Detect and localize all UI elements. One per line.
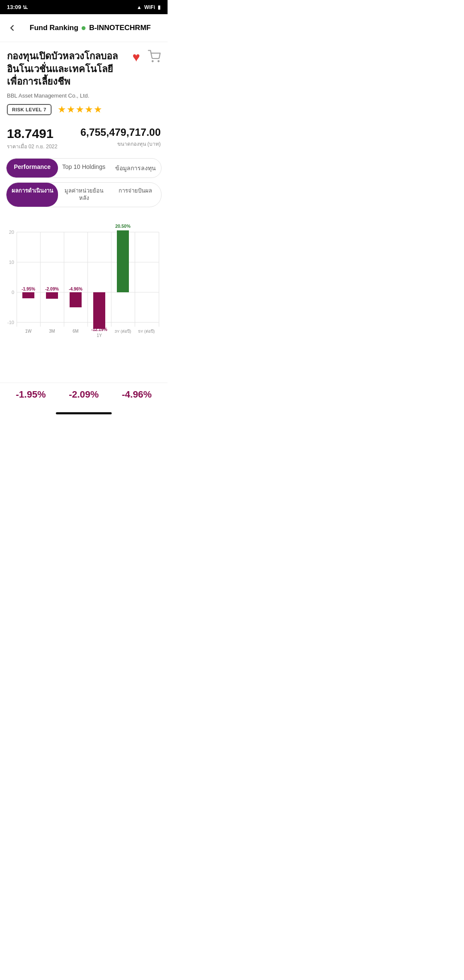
price-right: 6,755,479,717.00 ขนาดกองทุน (บาท) <box>80 126 161 148</box>
summary-3m: -2.09% <box>69 389 99 400</box>
wifi-icon: WiFi <box>144 4 155 10</box>
bar-1w <box>22 292 34 298</box>
fund-action-icons: ♥ <box>132 50 161 64</box>
tab-performance-result[interactable]: ผลการดำเนินงาน <box>6 183 58 207</box>
fund-price: 18.7491 <box>7 126 58 141</box>
bar-label-3y: 20.50% <box>115 224 131 229</box>
fund-name: กองทุนเปิดบัวหลวงโกลบอล อินโนเวชั่นและเท… <box>7 50 121 88</box>
secondary-tabs: ผลการดำเนินงาน มูลค่าหน่วยย้อนหลัง การจ่… <box>6 182 162 207</box>
summary-6m: -4.96% <box>122 389 152 400</box>
risk-badge: RISK LEVEL 7 <box>7 104 52 115</box>
header-fund-name: B-INNOTECHRMF <box>89 24 151 32</box>
status-bar: 13:09 น. ▲ WiFi ▮ <box>0 0 168 14</box>
header-title: Fund Ranking B-INNOTECHRMF <box>20 24 161 32</box>
fund-size-label: ขนาดกองทุน (บาท) <box>80 140 161 148</box>
summary-value-1w: -1.95% <box>16 389 46 400</box>
status-time: 13:09 น. <box>7 3 28 12</box>
signal-icon: ▲ <box>137 4 142 10</box>
bar-chart-svg: 20 10 0 -10 -1.95% 1W -2.09% 3M -4.96% 6… <box>6 215 162 361</box>
bar-label-6m: -4.96% <box>69 287 82 291</box>
bar-label-1y: -12.19% <box>91 327 107 332</box>
favorite-button[interactable]: ♥ <box>132 50 140 64</box>
header-dot <box>82 26 85 30</box>
x-label-1y: 1Y <box>97 333 102 338</box>
y-label-10: 10 <box>9 260 14 265</box>
x-label-3m: 3M <box>49 329 55 334</box>
home-indicator <box>56 412 112 414</box>
tab-investment-info[interactable]: ข้อมูลการลงทุน <box>110 159 161 178</box>
performance-chart: 20 10 0 -10 -1.95% 1W -2.09% 3M -4.96% 6… <box>6 215 162 378</box>
bottom-summary: -1.95% -2.09% -4.96% <box>0 383 168 409</box>
battery-icon: ▮ <box>158 4 161 10</box>
summary-1w: -1.95% <box>16 389 46 400</box>
bar-label-1w: -1.95% <box>21 287 35 291</box>
summary-value-6m: -4.96% <box>122 389 152 400</box>
bar-1y <box>93 292 105 329</box>
header-fund-ranking-label: Fund Ranking <box>30 24 78 32</box>
x-label-6m: 6M <box>73 329 79 334</box>
svg-point-0 <box>152 61 153 62</box>
status-icons: ▲ WiFi ▮ <box>137 4 161 10</box>
bar-3m <box>46 292 58 299</box>
y-label-0: 0 <box>12 290 14 295</box>
svg-point-1 <box>158 61 159 62</box>
summary-value-3m: -2.09% <box>69 389 99 400</box>
tab-top10holdings[interactable]: Top 10 Holdings <box>58 159 110 178</box>
tab-performance[interactable]: Performance <box>6 159 58 178</box>
fund-info-section: กองทุนเปิดบัวหลวงโกลบอล อินโนเวชั่นและเท… <box>0 42 168 119</box>
fund-stars: ★★★★★ <box>58 104 103 115</box>
back-button[interactable] <box>4 20 20 36</box>
page-header: Fund Ranking B-INNOTECHRMF <box>0 14 168 42</box>
tab-nav-history[interactable]: มูลค่าหน่วยย้อนหลัง <box>58 183 110 207</box>
tab-dividend[interactable]: การจ่ายปันผล <box>110 183 161 207</box>
fund-company: BBL Asset Management Co., Ltd. <box>7 92 161 99</box>
primary-tabs: Performance Top 10 Holdings ข้อมูลการลงท… <box>6 158 162 178</box>
bar-3y <box>117 230 129 292</box>
bar-label-3m: -2.09% <box>45 287 59 291</box>
x-label-3y: 3Y (ต่อปี) <box>115 329 131 334</box>
x-label-5y: 5Y (ต่อปี) <box>138 329 155 334</box>
x-label-1w: 1W <box>25 329 32 334</box>
price-section: 18.7491 ราคาเมื่อ 02 ก.ย. 2022 6,755,479… <box>0 119 168 155</box>
y-label-neg10: -10 <box>7 320 14 325</box>
price-date: ราคาเมื่อ 02 ก.ย. 2022 <box>7 142 58 150</box>
bar-6m <box>70 292 82 307</box>
fund-badges: RISK LEVEL 7 ★★★★★ <box>7 104 161 115</box>
y-label-20: 20 <box>9 230 14 235</box>
price-left: 18.7491 ราคาเมื่อ 02 ก.ย. 2022 <box>7 126 58 150</box>
cart-button[interactable] <box>148 50 161 64</box>
fund-size: 6,755,479,717.00 <box>80 126 161 138</box>
